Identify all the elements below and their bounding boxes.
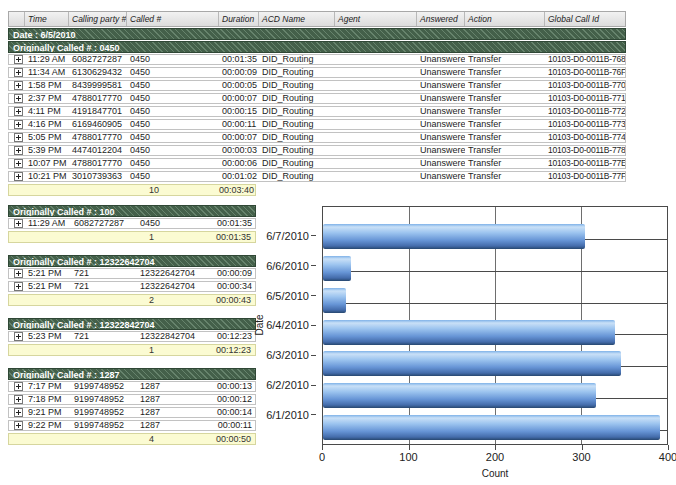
cell-duration: 00:12:23: [211, 332, 255, 341]
y-axis-labels: 6/7/20106/6/20106/5/20106/4/20106/3/2010…: [254, 206, 316, 445]
expand-icon[interactable]: [14, 269, 23, 278]
cell-calling-party: 721: [71, 282, 137, 291]
y-tick-label: 6/3/2010: [254, 340, 316, 370]
cell-global-call-id: 10103-D0-0011B-772: [545, 107, 625, 116]
col-duration[interactable]: Duration: [219, 12, 259, 26]
expand-icon[interactable]: [14, 172, 23, 181]
cell-time: 10:21 PM: [25, 172, 69, 181]
category-gridline: [323, 271, 667, 272]
col-answered[interactable]: Answered: [417, 12, 465, 26]
expand-icon[interactable]: [14, 133, 23, 142]
cell-time: 9:22 PM: [25, 421, 71, 430]
x-axis-title: Count: [322, 468, 668, 479]
summary-count: 1: [137, 345, 211, 356]
summary-total-duration: 00:01:35: [211, 232, 255, 243]
cell-answered: Unanswered: [417, 146, 465, 155]
group-rows-12322642704: 5:21 PM 721 12322642704 00:00:09 5:21 PM…: [8, 268, 256, 292]
cell-calling-party: 6082727287: [71, 219, 137, 228]
col-agent[interactable]: Agent: [335, 12, 417, 26]
cell-called: 0450: [127, 133, 219, 142]
cell-time: 4:11 PM: [25, 107, 69, 116]
expand-icon[interactable]: [14, 332, 23, 341]
cell-duration: 00:01:35: [211, 219, 255, 228]
expand-icon[interactable]: [14, 219, 23, 228]
plot-area: [322, 206, 668, 445]
bar: [323, 383, 596, 408]
table-row: 10:21 PM 3010739363 0450 00:01:02 DID_Ro…: [8, 171, 626, 182]
y-tick-label: 6/4/2010: [254, 311, 316, 341]
cell-global-call-id: 10103-D0-0011B-771: [545, 94, 625, 103]
table-row: 5:21 PM 721 12322642704 00:00:09: [8, 268, 256, 279]
expand-icon[interactable]: [14, 282, 23, 291]
expand-icon[interactable]: [14, 146, 23, 155]
cell-global-call-id: 10103-D0-0011B-768: [545, 55, 625, 64]
cell-action: Transfer: [465, 133, 545, 142]
cell-calling-party: 9199748952: [71, 421, 137, 430]
expand-icon[interactable]: [14, 81, 23, 90]
expand-icon[interactable]: [14, 120, 23, 129]
group-table-100: Originally Called # : 100 11:29 AM 60827…: [8, 205, 256, 243]
expand-icon[interactable]: [14, 159, 23, 168]
table-row: 11:34 AM 6130629432 0450 00:00:09 DID_Ro…: [8, 67, 626, 78]
expand-cell: [9, 146, 25, 155]
group-table-1287: Originally Called # : 1287 7:17 PM 91997…: [8, 368, 256, 445]
col-acd-name[interactable]: ACD Name: [259, 12, 335, 26]
cell-calling-party: 721: [71, 332, 137, 341]
col-expand: [9, 12, 25, 26]
expand-icon[interactable]: [14, 68, 23, 77]
x-tick-mark: [495, 445, 496, 450]
cell-action: Transfer: [465, 120, 545, 129]
expand-icon[interactable]: [14, 408, 23, 417]
col-time[interactable]: Time: [25, 12, 69, 26]
category-gridline: [323, 303, 667, 304]
cell-called: 0450: [127, 81, 219, 90]
summary-total-duration: 00:03:40: [219, 185, 258, 196]
cell-acd-name: DID_Routing: [259, 133, 335, 142]
col-called[interactable]: Called #: [127, 12, 219, 26]
chart-row: [323, 415, 667, 445]
expand-icon[interactable]: [14, 94, 23, 103]
summary-total-duration: 00:00:43: [211, 295, 255, 306]
group-summary-0450: 10 00:03:40: [8, 184, 256, 196]
cell-answered: Unanswered: [417, 172, 465, 181]
cell-answered: Unanswered: [417, 120, 465, 129]
cell-time: 5:23 PM: [25, 332, 71, 341]
table-header: Time Calling party # Called # Duration A…: [8, 11, 626, 27]
chart-row: [323, 256, 667, 286]
cell-time: 11:34 AM: [25, 68, 69, 77]
expand-icon[interactable]: [14, 421, 23, 430]
y-tick-label: 6/6/2010: [254, 251, 316, 281]
x-axis-labels: 0100200300400: [322, 451, 668, 465]
expand-icon[interactable]: [14, 55, 23, 64]
bar: [323, 288, 346, 313]
col-action[interactable]: Action: [465, 12, 545, 26]
cell-calling-party: 721: [71, 269, 137, 278]
bar: [323, 256, 351, 281]
cell-acd-name: DID_Routing: [259, 68, 335, 77]
expand-icon[interactable]: [14, 395, 23, 404]
chart-row: [323, 351, 667, 381]
cell-duration: 00:01:02: [219, 172, 259, 181]
cell-duration: 00:00:09: [211, 269, 255, 278]
expand-cell: [9, 421, 25, 430]
cell-answered: Unanswered: [417, 133, 465, 142]
x-axis-ticks: [322, 445, 668, 450]
summary-count: 4: [137, 434, 211, 445]
cell-time: 7:18 PM: [25, 395, 71, 404]
expand-cell: [9, 107, 25, 116]
table-row: 4:16 PM 6169460905 0450 00:00:11 DID_Rou…: [8, 119, 626, 130]
cell-acd-name: DID_Routing: [259, 107, 335, 116]
expand-icon[interactable]: [14, 382, 23, 391]
cell-duration: 00:00:12: [211, 395, 255, 404]
cell-called: 1287: [137, 421, 211, 430]
col-global-call-id[interactable]: Global Call Id: [545, 12, 625, 26]
cell-acd-name: DID_Routing: [259, 146, 335, 155]
call-detail-table: Time Calling party # Called # Duration A…: [8, 11, 626, 196]
group-rows-12322842704: 5:23 PM 721 12322842704 00:12:23: [8, 331, 256, 342]
y-tick-label: 6/2/2010: [254, 370, 316, 400]
cell-duration: 00:00:07: [219, 94, 259, 103]
expand-icon[interactable]: [14, 107, 23, 116]
group-summary-1287: 4 00:00:50: [8, 433, 256, 445]
cell-action: Transfer: [465, 68, 545, 77]
col-calling-party[interactable]: Calling party #: [69, 12, 127, 26]
